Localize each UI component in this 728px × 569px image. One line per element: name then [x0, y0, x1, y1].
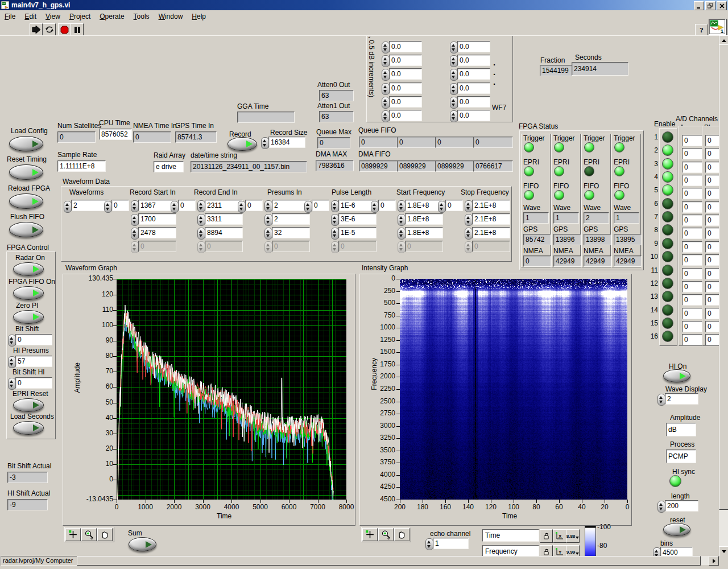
vi-icon[interactable]: 1 — [709, 19, 727, 36]
array-value-stepper[interactable] — [264, 200, 272, 212]
waveform-graph-zoom-tool-icon[interactable] — [81, 528, 97, 541]
amp-input[interactable]: 0 — [682, 215, 702, 226]
reset-button[interactable] — [663, 523, 690, 536]
intensity-graph-crosshair-tool-icon[interactable] — [362, 528, 378, 541]
bit-shift-input[interactable]: 0 — [15, 334, 52, 345]
load-seconds-button[interactable] — [13, 421, 44, 435]
atten-value-input[interactable]: 0.0 — [457, 110, 490, 121]
horizontal-scrollbar[interactable]: radar.lvproj/My Computer — [0, 556, 728, 565]
atten-value-input[interactable]: 0.0 — [389, 68, 422, 80]
atten-value-input[interactable]: 0.0 — [389, 110, 422, 121]
flush-fifo-button[interactable] — [9, 222, 43, 237]
fpga-fifo-on-button[interactable] — [13, 286, 44, 300]
atten-stepper[interactable] — [382, 110, 390, 122]
context-help-button[interactable]: ? — [695, 24, 708, 36]
array-value-input[interactable]: 2.1E+8 — [472, 227, 510, 238]
amp-input[interactable]: 0 — [682, 254, 702, 266]
sum-button[interactable] — [129, 537, 156, 551]
record-size-input[interactable]: 16384 — [268, 137, 305, 148]
array-value-input[interactable]: 1.8E+8 — [405, 213, 443, 225]
array-value-input[interactable]: 8894 — [205, 227, 243, 238]
atten-stepper[interactable] — [450, 55, 458, 67]
amp-input[interactable]: 0 — [682, 228, 702, 239]
amp-input[interactable]: 0 — [682, 188, 702, 199]
waveforms-stepper[interactable] — [64, 201, 72, 213]
length-input[interactable]: 200 — [665, 500, 698, 512]
array-value-stepper[interactable] — [331, 200, 339, 212]
channel-enable-led[interactable] — [662, 331, 673, 342]
amp-input[interactable]: 0 — [682, 148, 702, 159]
record-size-stepper[interactable] — [261, 137, 269, 149]
scroll-down-icon[interactable] — [719, 546, 728, 556]
bit-shift-hi-stepper[interactable] — [8, 378, 16, 390]
bins-input[interactable]: 4500 — [660, 547, 693, 556]
array-value-input[interactable]: 3E-6 — [338, 213, 377, 225]
channel-enable-led[interactable] — [662, 158, 673, 170]
atten-value-input[interactable]: 0.0 — [457, 68, 490, 80]
array-index-input[interactable]: 0 — [245, 200, 263, 211]
channel-enable-led[interactable] — [662, 304, 673, 316]
atten-value-input[interactable]: 0.0 — [457, 55, 490, 66]
channel-enable-led[interactable] — [662, 198, 673, 209]
atten-stepper[interactable] — [382, 69, 390, 81]
vertical-scrollbar[interactable] — [719, 35, 728, 556]
bit-shift-hi-input[interactable]: 0 — [15, 377, 52, 389]
wave-display-stepper[interactable] — [657, 394, 665, 406]
epri-reset-button[interactable] — [13, 398, 44, 412]
menu-tools[interactable]: Tools — [129, 11, 154, 22]
close-button[interactable] — [717, 1, 727, 10]
y-axis-format-icon[interactable]: 9.99 — [566, 545, 580, 556]
y-axis-scale-icon[interactable]: Y — [553, 545, 566, 556]
x-axis-scale-icon[interactable]: X — [553, 529, 566, 543]
menu-file[interactable]: File — [0, 11, 20, 22]
amp-input[interactable]: 0 — [682, 334, 702, 345]
atten-stepper[interactable] — [382, 97, 390, 109]
array-value-stepper[interactable] — [398, 200, 406, 212]
atten-stepper[interactable] — [382, 83, 390, 95]
atten-stepper[interactable] — [450, 97, 458, 109]
amp-input[interactable]: 0 — [682, 135, 702, 146]
x-axis-lock-icon[interactable] — [540, 529, 553, 543]
atten-value-input[interactable]: 0.0 — [389, 55, 422, 66]
array-index-stepper[interactable] — [304, 201, 312, 213]
menu-view[interactable]: View — [41, 11, 65, 22]
scroll-right-icon[interactable] — [709, 556, 719, 566]
atten-value-input[interactable]: 0.0 — [389, 96, 422, 108]
amp-input[interactable]: 0 — [682, 162, 702, 173]
cpu-time-input[interactable]: 8576052 — [99, 129, 132, 140]
array-index-input[interactable]: 0 — [378, 200, 396, 211]
raid-array-input[interactable]: e drive — [154, 161, 184, 172]
array-value-input[interactable]: 2.1E+8 — [472, 213, 510, 225]
atten-stepper[interactable] — [382, 42, 390, 53]
echo-channel-input[interactable]: 1 — [433, 538, 469, 549]
array-value-stepper[interactable] — [197, 200, 205, 212]
radar-on-button[interactable] — [13, 262, 44, 276]
amp-input[interactable]: 0 — [682, 321, 702, 332]
amp-input[interactable]: 0 — [682, 308, 702, 319]
amp-input[interactable]: 0 — [682, 294, 702, 306]
array-value-stepper[interactable] — [398, 214, 406, 226]
array-value-stepper[interactable] — [197, 214, 205, 226]
menu-edit[interactable]: Edit — [20, 11, 41, 22]
atten-value-input[interactable]: 0.0 — [389, 83, 422, 94]
bit-shift-stepper[interactable] — [8, 335, 16, 347]
y-axis-lock-icon[interactable] — [540, 545, 553, 556]
zero-pi-button[interactable] — [13, 310, 44, 324]
channel-enable-led[interactable] — [662, 265, 673, 276]
amp-input[interactable]: 0 — [682, 175, 702, 186]
channel-enable-led[interactable] — [662, 251, 673, 262]
atten-value-input[interactable]: 0.0 — [457, 41, 490, 52]
array-value-input[interactable]: 1E-5 — [338, 227, 377, 238]
atten-stepper[interactable] — [382, 55, 390, 67]
intensity-graph-zoom-tool-icon[interactable] — [378, 528, 394, 541]
atten-stepper[interactable] — [450, 69, 458, 81]
array-value-stepper[interactable] — [131, 214, 139, 226]
atten-value-input[interactable]: 0.0 — [457, 96, 490, 108]
reload-fpga-button[interactable] — [9, 193, 43, 209]
menu-window[interactable]: Window — [154, 11, 188, 22]
run-icon[interactable] — [30, 23, 43, 36]
array-value-input[interactable]: 2478 — [138, 227, 176, 238]
menu-help[interactable]: Help — [187, 11, 210, 22]
array-value-input[interactable]: 32 — [272, 227, 310, 238]
atten-value-input[interactable]: 0.0 — [389, 41, 422, 52]
